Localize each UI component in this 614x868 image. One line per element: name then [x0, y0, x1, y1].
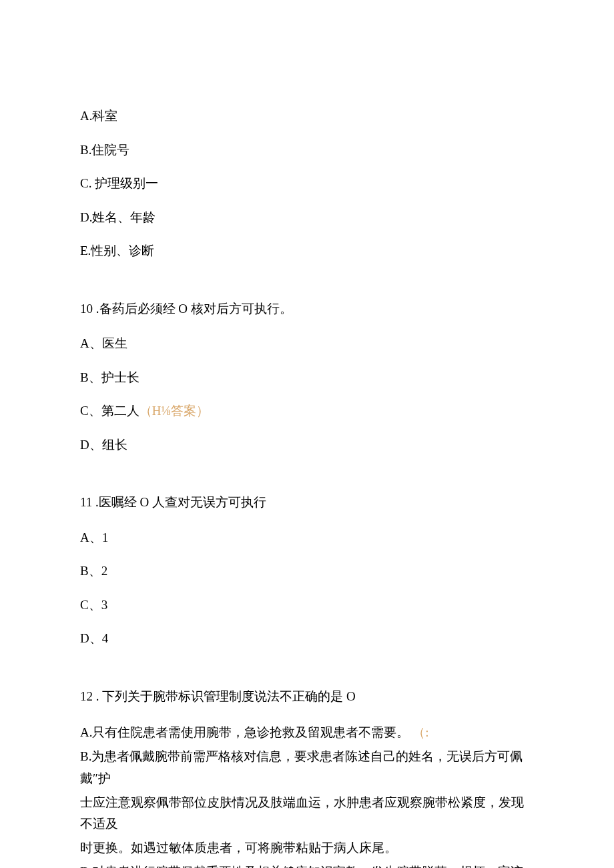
q12-tight-block: D.对患者进行腕带佩戴重要性及相关健康知识宣教，发生腕带脱落、损坏、字迹模糊等及…: [80, 862, 534, 868]
q12-option-b-line3: 时更换。如遇过敏体质患者，可将腕带粘贴于病人床尾。: [80, 837, 534, 859]
q9-option-a: A.科室: [80, 107, 534, 126]
q12-option-b-line2: 士应注意观察佩带部位皮肤情况及肢端血运，水肿患者应观察腕带松紧度，发现不适及: [80, 792, 534, 835]
q11-option-a: A、1: [80, 528, 534, 548]
q11-option-c: C、3: [80, 596, 534, 615]
q10-option-b: B、护士长: [80, 368, 534, 388]
q12-option-b-line1: B.为患者佩戴腕带前需严格核对信息，要求患者陈述自己的姓名，无误后方可佩戴″护: [80, 746, 534, 789]
q10-stem: 10 .备药后必须经 O 核对后方可执行。: [80, 300, 534, 319]
document-page: A.科室 B.住院号 C. 护理级别一 D.姓名、年龄 E.性别、诊断 10 .…: [0, 0, 614, 868]
q10-option-c-text: C、第二人: [80, 404, 139, 418]
q10-option-d: D、组长: [80, 436, 534, 455]
q12-option-a: A.只有住院患者需使用腕带，急诊抢救及留观患者不需要。 （:: [80, 722, 534, 743]
q12-option-a-text: A.只有住院患者需使用腕带，急诊抢救及留观患者不需要。: [80, 725, 409, 739]
q12-option-d: D.对患者进行腕带佩戴重要性及相关健康知识宣教，发生腕带脱落、损坏、字迹模糊等及…: [80, 862, 534, 868]
q10-option-c: C、第二人（H⅛答案）: [80, 402, 534, 421]
q11-option-d: D、4: [80, 629, 534, 648]
q11-stem: 11 .医嘱经 O 人查对无误方可执行: [80, 493, 534, 512]
q12-stem: 12 . 下列关于腕带标识管理制度说法不正确的是 O: [80, 687, 534, 707]
q10-option-c-answer-mark: （H⅛答案）: [139, 404, 209, 418]
q9-option-e: E.性别、诊断: [80, 242, 534, 261]
q11-option-b: B、2: [80, 562, 534, 581]
q12-option-a-mark: （:: [412, 725, 428, 739]
q9-option-d: D.姓名、年龄: [80, 208, 534, 228]
q9-option-b: B.住院号: [80, 141, 534, 160]
q9-option-c: C. 护理级别一: [80, 174, 534, 193]
q10-option-a: A、医生: [80, 334, 534, 354]
